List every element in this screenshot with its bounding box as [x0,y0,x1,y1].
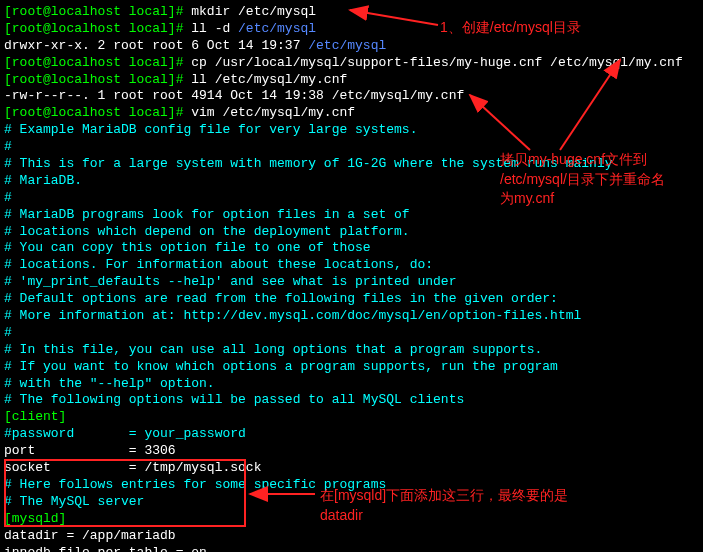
config-comment: # Example MariaDB config file for very l… [4,122,699,139]
config-comment: # The following options will be passed t… [4,392,699,409]
config-comment: # [4,325,699,342]
annotation-line: 在[mysqld]下面添加这三行，最终要的是 [320,486,568,506]
path-text: /etc/mysql [308,38,386,53]
annotation-line: 为my.cnf [500,189,665,209]
command-text: vim /etc/mysql/my.cnf [191,105,355,120]
config-comment: # If you want to know which options a pr… [4,359,699,376]
annotation-line: 拷贝my-huge.cnf文件到 [500,150,665,170]
config-comment: #password = your_password [4,426,699,443]
config-line: socket = /tmp/mysql.sock [4,460,699,477]
config-line: datadir = /app/mariadb [4,528,699,545]
config-comment: # In this file, you can use all long opt… [4,342,699,359]
command-text: ll /etc/mysql/my.cnf [191,72,347,87]
config-comment: # You can copy this option file to one o… [4,240,699,257]
config-comment: # locations. For information about these… [4,257,699,274]
config-section: [client] [4,409,699,426]
command-text: cp /usr/local/mysql/support-files/my-hug… [191,55,682,70]
annotation-text: 在[mysqld]下面添加这三行，最终要的是 datadir [320,486,568,525]
config-comment: # More information at: http://dev.mysql.… [4,308,699,325]
command-text: ll -d [191,21,238,36]
command-text: mkdir /etc/mysql [191,4,316,19]
path-text: /etc/mysql [238,21,316,36]
config-comment: # with the "--help" option. [4,376,699,393]
config-comment: # Default options are read from the foll… [4,291,699,308]
shell-prompt: [root@localhost local]# [4,105,191,120]
annotation-text: 1、创建/etc/mysql目录 [440,18,581,38]
config-comment: # MariaDB programs look for option files… [4,207,699,224]
terminal-output: [root@localhost local]# mkdir /etc/mysql… [4,4,699,552]
annotation-line: /etc/mysql/目录下并重命名 [500,170,665,190]
annotation-text: 拷贝my-huge.cnf文件到 /etc/mysql/目录下并重命名 为my.… [500,150,665,209]
ls-output: -rw-r--r--. 1 root root 4914 Oct 14 19:3… [4,88,464,103]
config-comment: # 'my_print_defaults --help' and see wha… [4,274,699,291]
shell-prompt: [root@localhost local]# [4,72,191,87]
config-comment: # locations which depend on the deployme… [4,224,699,241]
shell-prompt: [root@localhost local]# [4,4,191,19]
ls-output: drwxr-xr-x. 2 root root 6 Oct 14 19:37 [4,38,308,53]
shell-prompt: [root@localhost local]# [4,55,191,70]
config-line: port = 3306 [4,443,699,460]
config-line: innodb_file_per_table = on [4,545,699,553]
shell-prompt: [root@localhost local]# [4,21,191,36]
annotation-line: datadir [320,506,568,526]
